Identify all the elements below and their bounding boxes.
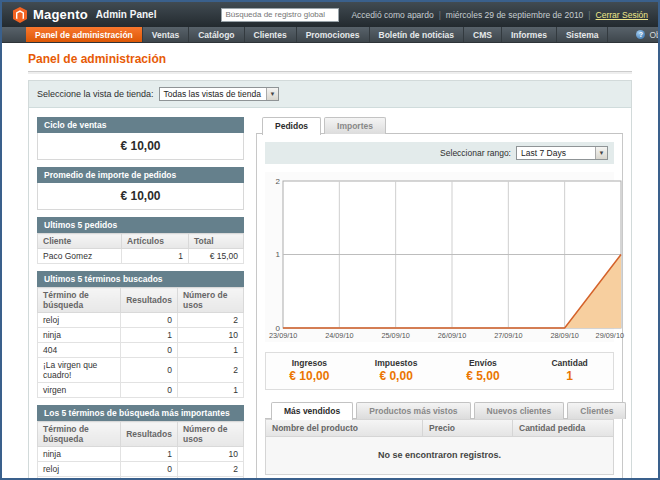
table-row[interactable]: ninja 1 10 bbox=[38, 447, 244, 462]
last-search-terms-box: Ultimos 5 términos buscados Término de b… bbox=[37, 271, 244, 398]
range-label: Seleccionar rango: bbox=[440, 148, 511, 158]
orders-chart: 01223/09/1024/09/1025/09/1026/09/1027/09… bbox=[267, 174, 625, 342]
lifetime-sales-box: Ciclo de ventas € 10,00 bbox=[37, 117, 244, 160]
average-orders-value: € 10,00 bbox=[37, 183, 244, 210]
brand-name: Magento bbox=[33, 7, 88, 22]
nav-item-promotions[interactable]: Promociones bbox=[297, 27, 370, 42]
nav-item-sales[interactable]: Ventas bbox=[143, 27, 189, 42]
stat-tax: Impuestos € 0,00 bbox=[353, 358, 440, 383]
svg-text:1: 1 bbox=[276, 250, 281, 259]
last-orders-box: Ultimos 5 pedidos Cliente Artículos Tota… bbox=[37, 217, 244, 264]
table-row[interactable]: reloj 0 2 bbox=[38, 462, 244, 477]
table-row[interactable]: 404 0 1 bbox=[38, 343, 244, 358]
svg-text:23/09/10: 23/09/10 bbox=[269, 331, 297, 340]
orders-chart-area: 01223/09/1024/09/1025/09/1026/09/1027/09… bbox=[265, 172, 614, 342]
svg-text:26/09/10: 26/09/10 bbox=[438, 331, 466, 340]
magento-logo: Magento Admin Panel bbox=[12, 7, 156, 23]
nav-item-reports[interactable]: Informes bbox=[502, 27, 557, 42]
average-orders-box: Promedio de importe de pedidos € 10,00 bbox=[37, 167, 244, 210]
table-row[interactable]: ¡La virgen que cuadro! 0 2 bbox=[38, 358, 244, 383]
diagram-tabs: Pedidos Importes bbox=[256, 117, 623, 134]
last-orders-title: Ultimos 5 pedidos bbox=[37, 217, 244, 233]
main-nav: Panel de administración Ventas Catálogo … bbox=[2, 27, 658, 43]
help-icon: ? bbox=[636, 30, 645, 39]
tab-customers[interactable]: Clientes bbox=[567, 402, 626, 419]
chevron-down-icon: ▼ bbox=[595, 147, 607, 159]
tab-bestsellers[interactable]: Más vendidos bbox=[271, 402, 353, 420]
chevron-down-icon: ▼ bbox=[266, 88, 278, 100]
top-search-terms-title: Los 5 términos de búsqueda más important… bbox=[37, 405, 244, 421]
grid-empty-message: No se encontraron registros. bbox=[265, 437, 614, 475]
get-help-link[interactable]: ? Obtener ayuda para esta página bbox=[626, 27, 660, 42]
sidebar: Ciclo de ventas € 10,00 Promedio de impo… bbox=[37, 117, 244, 480]
table-row[interactable]: Paco Gomez 1 € 15,00 bbox=[38, 249, 244, 264]
svg-text:27/09/10: 27/09/10 bbox=[494, 331, 522, 340]
nav-item-system[interactable]: Sistema bbox=[557, 27, 609, 42]
tab-new-customers[interactable]: Nuevos clientes bbox=[474, 402, 565, 419]
average-orders-title: Promedio de importe de pedidos bbox=[37, 167, 244, 183]
range-select[interactable]: Last 7 Days ▼ bbox=[516, 146, 608, 160]
tab-orders[interactable]: Pedidos bbox=[262, 117, 321, 135]
store-view-select[interactable]: Todas las vistas de tienda ▼ bbox=[159, 87, 279, 101]
stat-shipping: Envíos € 5,00 bbox=[440, 358, 527, 383]
tab-amounts[interactable]: Importes bbox=[324, 117, 386, 134]
orders-panel: Seleccionar rango: Last 7 Days ▼ 01223/0… bbox=[256, 134, 623, 480]
nav-item-customers[interactable]: Clientes bbox=[245, 27, 297, 42]
svg-text:28/09/10: 28/09/10 bbox=[550, 331, 578, 340]
store-view-bar: Seleccione la vista de tienda: Todas las… bbox=[29, 81, 631, 108]
global-search-input[interactable] bbox=[221, 8, 339, 22]
current-date: miércoles 29 de septiembre de 2010 bbox=[446, 10, 584, 20]
bestsellers-grid-header: Nombre del producto Precio Cantidad pedi… bbox=[265, 419, 614, 437]
grid-tabs: Más vendidos Productos más vistos Nuevos… bbox=[265, 402, 614, 419]
svg-text:24/09/10: 24/09/10 bbox=[325, 331, 353, 340]
brand-suffix: Admin Panel bbox=[96, 9, 157, 20]
range-bar: Seleccionar rango: Last 7 Days ▼ bbox=[265, 142, 614, 164]
logged-in-as: Accedió como apardo bbox=[351, 10, 433, 20]
nav-item-newsletter[interactable]: Boletín de noticias bbox=[370, 27, 465, 42]
table-row[interactable]: ¡La virgen que cuadro! 0 2 bbox=[38, 477, 244, 480]
dashboard-content: Seleccione la vista de tienda: Todas las… bbox=[28, 80, 632, 480]
admin-header: Magento Admin Panel Accedió como apardo … bbox=[2, 2, 658, 27]
svg-text:2: 2 bbox=[276, 177, 281, 186]
store-view-label: Seleccione la vista de tienda: bbox=[37, 89, 154, 99]
logout-link[interactable]: Cerrar Sesión bbox=[596, 10, 648, 20]
nav-item-cms[interactable]: CMS bbox=[464, 27, 502, 42]
table-row[interactable]: virgen 0 1 bbox=[38, 383, 244, 398]
nav-item-catalog[interactable]: Catálogo bbox=[189, 27, 244, 42]
svg-text:25/09/10: 25/09/10 bbox=[381, 331, 409, 340]
stat-quantity: Cantidad 1 bbox=[526, 358, 613, 383]
lifetime-sales-title: Ciclo de ventas bbox=[37, 117, 244, 133]
tab-most-viewed[interactable]: Productos más vistos bbox=[356, 402, 470, 419]
page-title: Panel de administración bbox=[28, 52, 632, 72]
table-row[interactable]: ninja 1 10 bbox=[38, 328, 244, 343]
browser-window: Magento Admin Panel Accedió como apardo … bbox=[0, 0, 660, 480]
top-search-terms-box: Los 5 términos de búsqueda más important… bbox=[37, 405, 244, 480]
stat-revenue: Ingresos € 10,00 bbox=[266, 358, 353, 383]
lifetime-sales-value: € 10,00 bbox=[37, 133, 244, 160]
table-row[interactable]: reloj 0 2 bbox=[38, 313, 244, 328]
magento-logo-icon bbox=[12, 7, 28, 23]
svg-text:29/09/10: 29/09/10 bbox=[596, 331, 624, 340]
dashboard-main: Pedidos Importes Seleccionar rango: Last… bbox=[256, 117, 623, 480]
totals-strip: Ingresos € 10,00 Impuestos € 0,00 Envíos… bbox=[265, 352, 614, 390]
last-search-terms-title: Ultimos 5 términos buscados bbox=[37, 271, 244, 287]
nav-item-dashboard[interactable]: Panel de administración bbox=[26, 27, 143, 42]
